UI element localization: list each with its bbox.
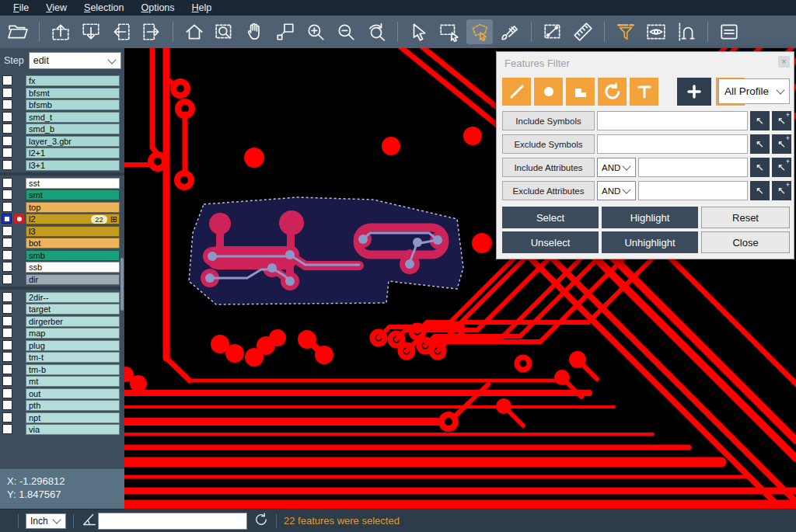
layer-checkbox[interactable] bbox=[2, 112, 12, 122]
layer-name-bar[interactable]: smd_b bbox=[26, 123, 120, 134]
include-attributes-assign-icon[interactable]: ↖ bbox=[750, 158, 770, 177]
layer-checkbox[interactable] bbox=[2, 160, 12, 170]
layer-name-bar[interactable]: top bbox=[26, 202, 120, 213]
layer-checkbox[interactable] bbox=[2, 400, 12, 410]
step-select[interactable]: edit bbox=[29, 52, 121, 69]
angle-measure-icon[interactable] bbox=[81, 511, 98, 531]
layer-checkbox[interactable] bbox=[2, 316, 12, 326]
selected-region[interactable] bbox=[189, 197, 463, 304]
layer-name-bar[interactable]: smt bbox=[26, 190, 120, 200]
layer-name-bar[interactable]: bot bbox=[26, 238, 120, 249]
pan-right-icon[interactable] bbox=[138, 19, 165, 44]
refresh-icon[interactable] bbox=[253, 512, 269, 530]
pan-down-icon[interactable] bbox=[78, 19, 104, 44]
pan-up-icon[interactable] bbox=[47, 19, 74, 44]
layer-name-bar[interactable]: dir bbox=[26, 274, 120, 285]
dialog-title[interactable]: Features Filter bbox=[504, 57, 570, 69]
layer-name-bar[interactable]: l3+1 bbox=[26, 160, 120, 171]
layer-name-bar[interactable]: mt bbox=[26, 376, 120, 387]
include-symbols-assign-icon[interactable]: ↖ bbox=[750, 111, 770, 130]
close-button[interactable]: Close bbox=[701, 231, 790, 253]
menu-item-file[interactable]: File bbox=[5, 0, 37, 16]
include-symbols-assign-add-icon[interactable]: ↖+ bbox=[772, 111, 791, 130]
select-button[interactable]: Select bbox=[502, 207, 599, 228]
zoom-window-icon[interactable] bbox=[272, 19, 298, 44]
command-input[interactable] bbox=[98, 513, 247, 530]
layer-checkbox[interactable] bbox=[2, 178, 12, 188]
layer-checkbox[interactable] bbox=[2, 412, 12, 422]
zoom-previous-icon[interactable] bbox=[363, 19, 389, 44]
exclude-attributes-assign-icon[interactable]: ↖ bbox=[750, 181, 770, 200]
exclude-attributes-input[interactable] bbox=[638, 181, 748, 200]
menu-item-options[interactable]: Options bbox=[132, 0, 183, 16]
layer-checkbox[interactable] bbox=[2, 75, 12, 85]
layer-checkbox[interactable] bbox=[2, 340, 12, 350]
lines-filter-icon[interactable] bbox=[502, 78, 531, 106]
unit-select[interactable]: Inch bbox=[26, 513, 66, 529]
pads-filter-icon[interactable] bbox=[534, 78, 563, 106]
layer-name-bar[interactable]: tm-t bbox=[26, 352, 120, 363]
unhighlight-button[interactable]: Unhighlight bbox=[602, 231, 698, 253]
layer-name-bar[interactable]: map bbox=[26, 328, 120, 339]
layer-name-bar[interactable]: l222⊞ bbox=[26, 214, 120, 224]
layer-checkbox[interactable] bbox=[2, 136, 12, 146]
unselect-button[interactable]: Unselect bbox=[502, 231, 599, 253]
pan-hand-icon[interactable] bbox=[242, 19, 268, 44]
exclude-symbols-input[interactable] bbox=[597, 134, 748, 154]
home-view-icon[interactable] bbox=[181, 19, 208, 44]
zoom-in-icon[interactable] bbox=[302, 19, 329, 44]
highlight-button[interactable]: Highlight bbox=[602, 207, 698, 228]
menu-item-help[interactable]: Help bbox=[183, 0, 221, 16]
layer-checkbox[interactable] bbox=[2, 364, 12, 374]
layer-checkbox[interactable] bbox=[2, 328, 12, 338]
menu-item-view[interactable]: View bbox=[37, 0, 75, 16]
exclude-attributes-button[interactable]: Exclude Attributes bbox=[502, 181, 595, 200]
include-attributes-input[interactable] bbox=[638, 158, 748, 177]
layer-name-bar[interactable]: ssb bbox=[26, 262, 120, 273]
layer-checkbox[interactable] bbox=[2, 424, 12, 434]
exclude-symbols-assign-add-icon[interactable]: ↖+ bbox=[772, 134, 791, 154]
profile-select[interactable]: All Profile bbox=[718, 78, 790, 104]
layer-name-bar[interactable]: plug bbox=[26, 340, 120, 351]
text-filter-icon[interactable] bbox=[630, 78, 658, 106]
features-filter-icon[interactable] bbox=[613, 19, 639, 44]
layer-checkbox[interactable] bbox=[2, 292, 12, 302]
zoom-out-icon[interactable] bbox=[333, 19, 359, 44]
layer-checkbox[interactable] bbox=[2, 262, 12, 272]
layer-name-bar[interactable]: pth bbox=[26, 400, 120, 411]
polygon-select-icon[interactable] bbox=[466, 19, 493, 44]
layer-name-bar[interactable]: out bbox=[26, 388, 120, 399]
rectangle-select-icon[interactable] bbox=[436, 19, 463, 44]
layer-checkbox[interactable] bbox=[2, 250, 12, 260]
pan-left-icon[interactable] bbox=[108, 19, 134, 44]
layer-name-bar[interactable]: l3 bbox=[26, 226, 120, 237]
add-filter-icon[interactable] bbox=[677, 78, 711, 106]
layer-checkbox[interactable] bbox=[2, 214, 12, 224]
close-icon[interactable]: × bbox=[778, 56, 790, 68]
layer-name-bar[interactable]: tm-b bbox=[26, 364, 120, 375]
layer-checkbox[interactable] bbox=[2, 388, 12, 398]
exclude-symbols-button[interactable]: Exclude Symbols bbox=[502, 134, 595, 154]
layer-checkbox[interactable] bbox=[2, 190, 12, 200]
measure-distance-icon[interactable] bbox=[539, 19, 566, 44]
layer-name-bar[interactable]: smd_t bbox=[26, 112, 120, 123]
select-pointer-icon[interactable] bbox=[406, 19, 432, 44]
surfaces-filter-icon[interactable] bbox=[566, 78, 595, 106]
layer-name-bar[interactable]: bfsmb bbox=[26, 99, 120, 110]
layer-checkbox[interactable] bbox=[2, 88, 12, 98]
reset-button[interactable]: Reset bbox=[701, 207, 790, 228]
layer-checkbox[interactable] bbox=[2, 123, 12, 134]
layer-checkbox[interactable] bbox=[2, 274, 12, 284]
layer-name-bar[interactable]: target bbox=[26, 304, 120, 315]
ruler-icon[interactable] bbox=[570, 19, 596, 44]
layer-name-bar[interactable]: dirgerber bbox=[26, 316, 120, 327]
layer-checkbox[interactable] bbox=[2, 148, 12, 158]
layer-checkbox[interactable] bbox=[2, 99, 12, 110]
grid-icon[interactable]: ⊞ bbox=[110, 215, 117, 224]
layer-name-bar[interactable]: via bbox=[26, 424, 120, 435]
layer-checkbox[interactable] bbox=[2, 226, 12, 236]
menu-item-selection[interactable]: Selection bbox=[75, 0, 132, 16]
layer-name-bar[interactable]: bfsmt bbox=[26, 88, 120, 99]
layer-checkbox[interactable] bbox=[2, 202, 12, 212]
arcs-filter-icon[interactable] bbox=[598, 78, 627, 106]
